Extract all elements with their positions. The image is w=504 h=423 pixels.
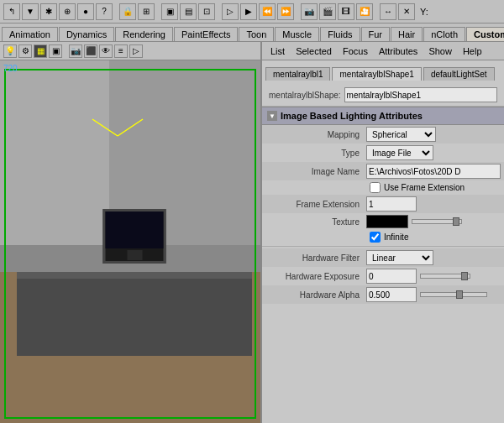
toolbar-icon-render2[interactable]: 🎦 bbox=[356, 3, 373, 20]
toolbar-icon-2[interactable]: ▼ bbox=[22, 3, 39, 20]
hw-exposure-input[interactable] bbox=[366, 269, 417, 284]
type-row: Type Image File Texture Color bbox=[262, 144, 504, 162]
lightset-tab-shape1[interactable]: mentalraylblShape1 bbox=[332, 67, 421, 81]
tab-rendering[interactable]: Rendering bbox=[115, 27, 173, 41]
room-wall-left bbox=[0, 60, 109, 245]
main-tab-bar: Animation Dynamics Rendering PaintEffect… bbox=[0, 24, 504, 42]
tab-fur[interactable]: Fur bbox=[361, 27, 391, 41]
toolbar-icon-4[interactable]: ⊕ bbox=[59, 3, 76, 20]
lightset-tab-lbl1[interactable]: mentalraylbl1 bbox=[265, 67, 330, 81]
tab-painteffects[interactable]: PaintEffects bbox=[174, 27, 239, 41]
toolbar-icon-film[interactable]: 🎬 bbox=[319, 3, 336, 20]
toolbar-icon-camera[interactable]: 📷 bbox=[301, 3, 318, 20]
main-layout: 💡 ⚙ ▦ ▣ 📷 ⬛ 👁 ≡ ▷ bbox=[0, 42, 504, 423]
tab-hair[interactable]: Hair bbox=[391, 27, 423, 41]
mapping-dropdown[interactable]: Spherical Angular Mirrored Ball Unwarped bbox=[366, 127, 436, 142]
tab-toon[interactable]: Toon bbox=[239, 27, 274, 41]
vp-icon-camera2[interactable]: 📷 bbox=[69, 44, 82, 58]
mapping-row: Mapping Spherical Angular Mirrored Ball … bbox=[262, 125, 504, 144]
hw-filter-row: Hardware Filter Linear Nearest Mipmap bbox=[262, 248, 504, 267]
panel-tab-help[interactable]: Help bbox=[458, 44, 487, 58]
toolbar-icon-x[interactable]: ✕ bbox=[398, 3, 415, 20]
hw-exposure-row: Hardware Exposure bbox=[262, 267, 504, 285]
panel-tab-selected[interactable]: Selected bbox=[291, 44, 337, 58]
panel-tab-list[interactable]: List bbox=[265, 44, 290, 58]
panel-tab-focus[interactable]: Focus bbox=[338, 44, 373, 58]
ibl-section-header[interactable]: ▼ Image Based Lighting Attributes bbox=[262, 107, 504, 125]
hw-alpha-input[interactable] bbox=[366, 287, 417, 302]
vp-icon-eye[interactable]: 👁 bbox=[99, 44, 113, 58]
toolbar-icon-6[interactable]: ? bbox=[96, 3, 113, 20]
hw-filter-label: Hardware Filter bbox=[265, 253, 366, 263]
lightset-tab-default[interactable]: defaultLightSet bbox=[423, 67, 495, 81]
section-arrow-icon: ▼ bbox=[267, 111, 277, 121]
divider-1 bbox=[262, 246, 504, 247]
viewport-number: 720 bbox=[3, 64, 18, 73]
mapping-label: Mapping bbox=[265, 130, 366, 139]
panel-tab-attributes[interactable]: Attributes bbox=[374, 44, 423, 58]
frame-ext-input[interactable] bbox=[366, 196, 417, 212]
hw-alpha-label: Hardware Alpha bbox=[265, 290, 366, 300]
texture-label: Texture bbox=[265, 217, 366, 227]
monitor-base bbox=[127, 250, 142, 260]
tab-fluids[interactable]: Fluids bbox=[320, 27, 360, 41]
hw-filter-dropdown[interactable]: Linear Nearest Mipmap bbox=[366, 250, 433, 265]
frame-ext-checkbox[interactable] bbox=[370, 182, 381, 193]
hw-alpha-slider[interactable] bbox=[420, 292, 487, 297]
toolbar-icon-3[interactable]: ✱ bbox=[40, 3, 57, 20]
panel-tab-show[interactable]: Show bbox=[423, 44, 457, 58]
shape-input[interactable] bbox=[344, 87, 497, 102]
toolbar-icon-11[interactable]: ⊡ bbox=[198, 3, 215, 20]
toolbar-icon-8[interactable]: ⊞ bbox=[138, 3, 155, 20]
infinite-checkbox[interactable] bbox=[370, 232, 381, 243]
frame-ext-checkbox-row: Use Frame Extension bbox=[262, 180, 504, 195]
texture-color-swatch[interactable] bbox=[366, 215, 408, 228]
vp-icon-light[interactable]: 💡 bbox=[3, 44, 17, 58]
viewport-content: 720 bbox=[0, 60, 260, 423]
hw-exposure-label: Hardware Exposure bbox=[265, 272, 366, 281]
toolbar-icon-1[interactable]: ↰ bbox=[3, 3, 20, 20]
toolbar-icon-5[interactable]: ● bbox=[77, 3, 94, 20]
type-dropdown[interactable]: Image File Texture Color bbox=[366, 145, 433, 160]
tab-muscle[interactable]: Muscle bbox=[275, 27, 319, 41]
toolbar-icon-10[interactable]: ▤ bbox=[180, 3, 197, 20]
vp-icon-layers[interactable]: ≡ bbox=[114, 44, 128, 58]
vp-icon-wire[interactable]: ▣ bbox=[49, 44, 62, 58]
texture-value bbox=[366, 215, 501, 228]
image-name-value bbox=[366, 164, 501, 179]
mapping-value: Spherical Angular Mirrored Ball Unwarped bbox=[366, 127, 501, 142]
toolbar-icon-12[interactable]: ▷ bbox=[222, 3, 239, 20]
toolbar-icon-render1[interactable]: 🎞 bbox=[338, 3, 354, 20]
viewport-toolbar: 💡 ⚙ ▦ ▣ 📷 ⬛ 👁 ≡ ▷ bbox=[0, 42, 260, 60]
desk bbox=[17, 272, 252, 356]
tab-custom[interactable]: Custom bbox=[466, 27, 504, 41]
tab-animation[interactable]: Animation bbox=[2, 27, 58, 41]
tab-dynamics[interactable]: Dynamics bbox=[59, 27, 114, 41]
hw-exposure-slider[interactable] bbox=[420, 274, 470, 279]
toolbar-icon-9[interactable]: ▣ bbox=[161, 3, 178, 20]
toolbar-icon-14[interactable]: ⏪ bbox=[259, 3, 276, 20]
image-name-input[interactable] bbox=[366, 164, 501, 179]
frame-ext-value bbox=[366, 196, 501, 212]
toolbar-icon-15[interactable]: ⏩ bbox=[277, 3, 294, 20]
vp-icon-render3[interactable]: ▷ bbox=[129, 44, 143, 58]
vp-icon-cube[interactable]: ⬛ bbox=[84, 44, 97, 58]
lightset-tab-bar: mentalraylbl1 mentalraylblShape1 default… bbox=[262, 60, 504, 84]
infinite-label: Infinite bbox=[384, 232, 408, 242]
panel-tab-bar: List Selected Focus Attributes Show Help bbox=[262, 42, 504, 60]
frame-ext-row: Frame Extension bbox=[262, 195, 504, 213]
hw-alpha-row: Hardware Alpha bbox=[262, 285, 504, 304]
vp-icon-mesh[interactable]: ▦ bbox=[34, 44, 47, 58]
hw-alpha-value bbox=[366, 287, 501, 302]
ibl-section: ▼ Image Based Lighting Attributes Mappin… bbox=[262, 107, 504, 423]
hw-exposure-value bbox=[366, 269, 501, 284]
y-label: Y: bbox=[420, 7, 428, 17]
texture-slider[interactable] bbox=[412, 219, 462, 224]
tab-ncloth[interactable]: nCloth bbox=[423, 27, 465, 41]
toolbar-icon-arrow[interactable]: ↔ bbox=[380, 3, 396, 20]
toolbar-icon-7[interactable]: 🔒 bbox=[119, 3, 136, 20]
vp-icon-settings[interactable]: ⚙ bbox=[18, 44, 32, 58]
shape-row: mentalraylblShape: bbox=[262, 84, 504, 107]
toolbar-icon-13[interactable]: ▶ bbox=[240, 3, 257, 20]
type-label: Type bbox=[265, 149, 366, 158]
